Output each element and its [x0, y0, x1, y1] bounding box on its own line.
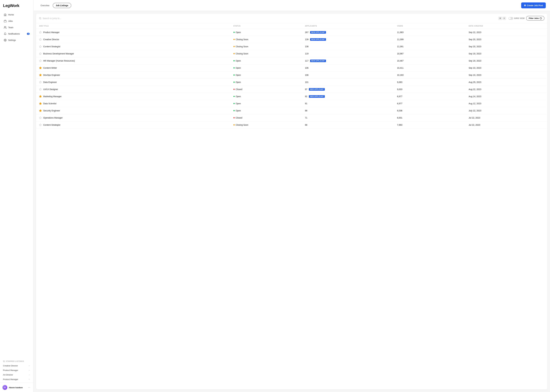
app-logo: LegWork: [0, 0, 33, 12]
date-cell: Sep 19, 2023: [466, 57, 547, 64]
date-cell: Sep 10, 2023: [466, 71, 547, 79]
status-dot: [233, 39, 235, 40]
job-title-cell: UX/UI Designer: [36, 86, 230, 93]
star-icon[interactable]: [39, 116, 42, 119]
table-row[interactable]: Product Manager Open 267 NEW APPLICANT 1…: [36, 29, 547, 36]
views-cell: 8,977: [394, 93, 466, 100]
table-row[interactable]: Operations Manager Closed 71 8,001 Jul 2…: [36, 114, 547, 121]
applicant-count: 139: [305, 38, 308, 41]
main-content: Overview Job Listings ⊕ Create Job Post …: [33, 0, 550, 392]
sidebar-item-notifications[interactable]: Notifications 3: [2, 31, 31, 37]
sidebar-item-team[interactable]: Team: [2, 24, 31, 30]
table-body: Product Manager Open 267 NEW APPLICANT 1…: [36, 29, 547, 129]
applicants-cell: 92 NEW APPLICANT: [302, 93, 394, 100]
svg-marker-12: [39, 67, 42, 69]
views-cell: 11,983: [394, 29, 466, 36]
views-cell: 8,977: [394, 100, 466, 107]
status-cell: Open: [230, 71, 302, 79]
job-title-text: Data Engineer: [43, 81, 57, 83]
sidebar-item-label: Notifications: [8, 33, 20, 35]
job-title-cell: Business Development Manager: [36, 50, 230, 57]
star-icon[interactable]: [39, 67, 42, 69]
table-row[interactable]: Creative Director Closing Soon 139 NEW A…: [36, 36, 547, 43]
star-icon[interactable]: [39, 81, 42, 84]
job-title-text: Security Engineer: [43, 109, 60, 112]
applicants-cell: 117 NEW APPLICANT: [302, 57, 394, 64]
sidebar-item-label: Jobs: [8, 20, 13, 22]
sidebar-item-jobs[interactable]: Jobs: [2, 18, 31, 24]
tab-job-listings[interactable]: Job Listings: [53, 3, 71, 8]
starred-item[interactable]: Product Manager →: [3, 368, 30, 372]
table-row[interactable]: Data Scientist Open 91 8,977 Aug 12, 202…: [36, 100, 547, 107]
date-cell: Aug 29, 2023: [466, 79, 547, 86]
job-title-text: Data Scientist: [43, 102, 56, 105]
table-row[interactable]: Business Development Manager Closing Soo…: [36, 50, 547, 57]
col-header-applicants: APPLICANTS: [302, 23, 394, 29]
star-icon[interactable]: [39, 31, 42, 34]
star-icon[interactable]: [39, 95, 42, 98]
sidebar-item-label: Team: [8, 26, 13, 29]
job-title-cell: Content Strategist: [36, 43, 230, 50]
table-row[interactable]: Data Engineer Open 101 9,083 Aug 29, 202…: [36, 79, 547, 86]
views-cell: 10,183: [394, 71, 466, 79]
table-row[interactable]: Content Strategist Closing Soon 68 7,983…: [36, 121, 547, 129]
date-cell: Sep 19, 2023: [466, 50, 547, 57]
table-row[interactable]: Security Engineer Open 88 8,036 July 22,…: [36, 107, 547, 114]
date-cell: Sep 10, 2023: [466, 64, 547, 71]
status-cell: Closing Soon: [230, 50, 302, 57]
star-icon[interactable]: [39, 52, 42, 55]
star-icon[interactable]: [39, 38, 42, 41]
user-menu-button[interactable]: ···: [28, 385, 31, 389]
search-box[interactable]: Search or jump to... ⌘ K: [39, 17, 508, 20]
team-icon: [4, 26, 7, 29]
star-icon[interactable]: [39, 74, 42, 77]
job-title-cell: Data Engineer: [36, 79, 230, 86]
starred-item[interactable]: Art Director →: [3, 372, 30, 377]
svg-point-2: [5, 40, 6, 41]
new-applicant-badge: NEW APPLICANT: [309, 95, 325, 98]
sidebar-item-home[interactable]: Home: [2, 12, 31, 18]
table-row[interactable]: Content Writer Open 106 10,411 Sep 10, 2…: [36, 64, 547, 71]
col-header-date: DATE CREATED: [466, 23, 547, 29]
status-cell: Closing Soon: [230, 121, 302, 129]
star-icon[interactable]: [39, 109, 42, 112]
search-icon: [39, 17, 41, 20]
applicants-cell: 139 NEW APPLICANT: [302, 36, 394, 43]
table-row[interactable]: HR Manager (Human Resources) Open 117 NE…: [36, 57, 547, 64]
svg-marker-19: [39, 117, 42, 119]
create-job-post-button[interactable]: ⊕ Create Job Post: [521, 2, 546, 8]
status-dot: [233, 117, 235, 118]
avatar: AI: [2, 385, 7, 390]
starred-item[interactable]: Product Manager →: [3, 377, 30, 382]
status-cell: Closed: [230, 114, 302, 121]
new-applicant-badge: NEW APPLICANT: [309, 88, 325, 91]
filter-jobs-button[interactable]: Filter Jobs: [526, 16, 544, 21]
sidebar: LegWork Home Jobs: [0, 0, 33, 392]
date-cell: July 22, 2023: [466, 107, 547, 114]
star-icon[interactable]: [39, 59, 42, 62]
grid-view-toggle[interactable]: GRID VIEW: [508, 17, 525, 20]
table-row[interactable]: UX/UI Designer Closed 97 NEW APPLICANT 9…: [36, 86, 547, 93]
star-icon[interactable]: [39, 45, 42, 48]
applicants-cell: 267 NEW APPLICANT: [302, 29, 394, 36]
table-row[interactable]: Marketing Manager Open 92 NEW APPLICANT …: [36, 93, 547, 100]
sidebar-nav: Home Jobs Team: [0, 12, 33, 358]
applicant-count: 106: [305, 74, 308, 76]
tab-overview[interactable]: Overview: [38, 3, 52, 8]
svg-marker-13: [39, 74, 42, 76]
svg-marker-9: [39, 45, 42, 48]
toggle-switch[interactable]: [508, 17, 513, 20]
job-title-text: Business Development Manager: [43, 52, 74, 55]
toggle-knob: [509, 17, 511, 19]
star-icon[interactable]: [39, 88, 42, 91]
table-row[interactable]: DevOps Engineer Open 106 10,183 Sep 10, …: [36, 71, 547, 79]
date-cell: Jul 22, 2023: [466, 114, 547, 121]
table-row[interactable]: Content Strategist Closing Soon 138 11,0…: [36, 43, 547, 50]
table-header: JOB TITLE STATUS APPLICANTS VIEWS DATE C…: [36, 23, 547, 29]
status-text: Closing Soon: [236, 45, 248, 48]
star-icon[interactable]: [39, 124, 42, 126]
sidebar-item-settings[interactable]: Settings: [2, 37, 31, 43]
applicant-count: 267: [305, 31, 308, 34]
starred-item[interactable]: Creative Director →: [3, 363, 30, 368]
star-icon[interactable]: [39, 102, 42, 105]
